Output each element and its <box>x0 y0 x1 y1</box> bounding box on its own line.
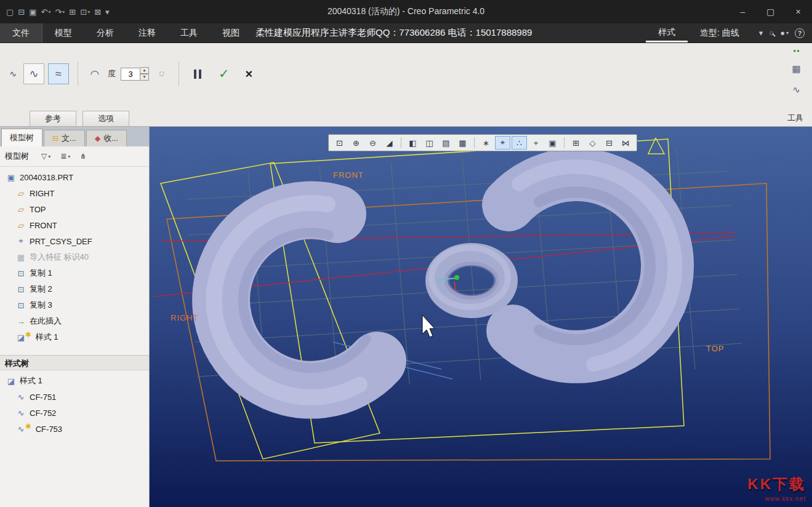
degree-label: 度 <box>108 68 116 79</box>
community-icon[interactable]: ● ▾ <box>780 28 789 38</box>
context-tab[interactable]: 样式 <box>646 23 688 42</box>
open-file-icon[interactable]: ⊟ <box>18 7 25 17</box>
degree-down-button[interactable]: ▼ <box>140 74 149 81</box>
style-feature-icon: ◪ <box>6 377 16 386</box>
references-panel-tab[interactable]: 参考 <box>30 111 76 126</box>
annotation-display-icon[interactable]: ▣ <box>545 136 560 150</box>
zoom-window-icon[interactable]: ⊡ <box>332 136 347 150</box>
create-curve-icon[interactable]: ∿ <box>23 63 44 84</box>
folder-icon: ⊟ <box>52 134 58 143</box>
style-tree-item[interactable]: ∿ ∗ CF-753 <box>0 421 149 437</box>
viewport[interactable]: ⊡ ⊕ ⊖ ◢ <box>150 127 812 507</box>
toolbar-separator[interactable] <box>474 137 475 148</box>
dropdown-caret-icon: ▾ <box>48 9 50 15</box>
style-tree-title: 样式树 <box>0 355 149 370</box>
navigator-tab[interactable]: 模型树 <box>1 129 42 146</box>
pause-button[interactable] <box>188 70 207 79</box>
ribbon-tab[interactable]: 分析 <box>84 23 126 42</box>
3d-scene[interactable] <box>150 127 812 507</box>
model-tree-item[interactable]: ⊡ 复制 1 <box>0 265 149 281</box>
customize-qat-icon[interactable]: ▾ <box>105 7 110 17</box>
top-plane-label[interactable]: TOP <box>706 344 725 353</box>
refit-icon[interactable]: ◢ <box>382 136 397 150</box>
saved-orientations-icon[interactable]: ◇ <box>585 136 600 150</box>
windows-icon[interactable]: ⊡ ▾ <box>80 7 90 17</box>
model-tree-item[interactable]: ⊡ 复制 2 <box>0 281 149 297</box>
model-tree-item[interactable]: → 在此插入 <box>0 313 149 329</box>
part-icon: ▣ <box>6 173 16 182</box>
cancel-button[interactable]: × <box>241 67 258 81</box>
style-tree-item[interactable]: ◪ 样式 1 <box>0 373 149 389</box>
ribbon-tab[interactable]: 工具 <box>168 23 210 42</box>
context-tabs: 样式 造型: 曲线 <box>646 23 752 42</box>
grid-icon[interactable]: ⊞ <box>568 136 584 150</box>
search-icon[interactable]: ○ <box>769 28 774 38</box>
degree-up-button[interactable]: ▲ <box>140 67 149 74</box>
tree-columns-icon[interactable]: ≣ ▾ <box>60 152 70 161</box>
snap-toggle-icon[interactable]: ●● <box>793 48 800 54</box>
zoom-out-icon[interactable]: ⊖ <box>365 136 380 150</box>
model-tree-toolbar: 模型树 ▽ ▾ ≣ ▾ ⋔ <box>0 146 149 167</box>
render-icon[interactable]: ▦ <box>455 136 470 150</box>
grid-snap-icon[interactable]: ▦ <box>792 63 801 74</box>
curve-on-surface-icon[interactable]: ≈ <box>48 63 69 84</box>
tools-panel-tab[interactable]: 工具 <box>787 113 803 124</box>
point-display-icon[interactable]: ∴ <box>512 136 527 150</box>
curve-display-icon[interactable]: ∿ <box>792 84 801 95</box>
model-tree-item[interactable]: ▦ 导入特征 标识40 <box>0 249 149 265</box>
style-tree-item[interactable]: ∿ CF-751 <box>0 389 149 405</box>
style-tree-item[interactable]: ∿ CF-752 <box>0 405 149 421</box>
navigator-tab[interactable]: ⊟ 文... <box>44 130 85 146</box>
close-window-icon[interactable]: ⊠ <box>94 7 101 17</box>
new-file-icon[interactable]: ▢ <box>6 7 14 17</box>
tree-filter-icon[interactable]: ▽ ▾ <box>41 152 50 161</box>
in-graphics-toolbar: ⊡ ⊕ ⊖ ◢ <box>328 134 637 151</box>
minimize-ribbon-icon[interactable]: ▾ <box>759 28 763 38</box>
undo-icon[interactable]: ↶ ▾ <box>41 7 51 17</box>
degree-input[interactable] <box>121 68 140 81</box>
regenerate-icon[interactable]: ⊞ <box>69 7 76 17</box>
model-tree-item[interactable]: ▣ 20040318.PRT <box>0 169 149 185</box>
redo-icon[interactable]: ↷ ▾ <box>55 7 65 17</box>
ribbon-tab[interactable]: 注释 <box>126 23 168 42</box>
model-tree-item[interactable]: ⊡ 复制 3 <box>0 297 149 313</box>
datum-axes-icon[interactable]: ∗ <box>478 136 494 150</box>
model-tree-item[interactable]: ▱ FRONT <box>0 217 149 233</box>
maximize-button[interactable]: ▢ <box>757 0 784 23</box>
section-icon[interactable]: ◫ <box>422 136 437 150</box>
closed-curve-icon[interactable]: ○ <box>154 66 170 82</box>
navigator-tab[interactable]: ◆ 收... <box>86 130 127 146</box>
close-button[interactable]: × <box>784 0 812 23</box>
minimize-button[interactable]: – <box>729 0 757 23</box>
help-icon[interactable]: ? <box>795 28 805 38</box>
csys-display-icon[interactable]: + <box>528 136 544 150</box>
ribbon-tab[interactable]: 文件 <box>0 23 42 42</box>
model-tree-item[interactable]: ▱ TOP <box>0 201 149 217</box>
curve-point[interactable] <box>454 275 459 280</box>
options-panel-tab[interactable]: 选项 <box>82 111 129 126</box>
ribbon-tab[interactable]: 模型 <box>42 23 84 42</box>
toolbar-separator[interactable] <box>401 137 401 148</box>
dropdown-caret-icon: ▾ <box>68 154 70 159</box>
model-tree-item[interactable]: ⌖ PRT_CSYS_DEF <box>0 233 149 249</box>
datum-display-icon[interactable]: ⌖ <box>495 136 510 150</box>
flip-view-icon[interactable]: ⋈ <box>618 136 633 150</box>
confirm-button[interactable]: ✓ <box>212 66 236 81</box>
appearance-icon[interactable]: ▤ <box>438 136 454 150</box>
style-curve-small-icon[interactable]: ∿ <box>6 67 20 81</box>
front-plane-label[interactable]: FRONT <box>333 170 364 180</box>
copy-geometry-icon: ⊡ <box>16 269 26 278</box>
save-icon[interactable]: ▣ <box>29 7 36 17</box>
display-style-icon[interactable]: ◧ <box>405 136 420 150</box>
toolbar-separator[interactable] <box>564 137 565 148</box>
quick-access-toolbar: ▢ ⊟ ▣ ↶ ▾ ↷ <box>0 7 110 17</box>
watermark-text: KK下载 <box>747 474 806 494</box>
model-tree-item[interactable]: ◪ ∗ 样式 1 <box>0 329 149 345</box>
right-plane-label[interactable]: RIGHT <box>171 313 198 322</box>
tree-settings-icon[interactable]: ⋔ <box>80 152 86 161</box>
model-tree-item[interactable]: ▱ RIGHT <box>0 185 149 201</box>
ribbon-tab[interactable]: 视图 <box>210 23 252 42</box>
zoom-in-icon[interactable]: ⊕ <box>348 136 364 150</box>
context-tab[interactable]: 造型: 曲线 <box>688 23 752 42</box>
view-manager-icon[interactable]: ⊟ <box>601 136 617 150</box>
